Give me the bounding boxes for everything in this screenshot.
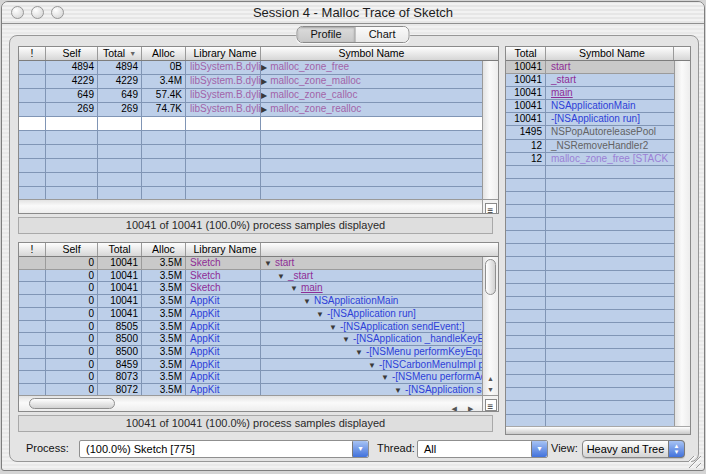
scroll-left-arrow-icon[interactable]: ◀	[452, 402, 464, 412]
view-popup[interactable]: Heavy and Tree ▲▼	[582, 440, 685, 458]
horizontal-scrollbar[interactable]	[506, 426, 690, 434]
table-row[interactable]: 0100413.5MAppKit▼-[NSApplication run]	[19, 308, 482, 321]
table-row[interactable]: 1495NSPopAutoreleasePool	[506, 126, 674, 139]
table-row[interactable]: 12malloc_zone_free [STACK	[506, 153, 674, 166]
scroll-up-arrow-icon[interactable]: ▲	[483, 373, 498, 384]
table-row[interactable]: 10041-[NSApplication run]	[506, 113, 674, 126]
disclosure-triangle-icon[interactable]: ▼	[264, 259, 272, 268]
disclosure-triangle-icon[interactable]: ▼	[394, 386, 402, 395]
table-row[interactable]: 26926974.7KlibSystem.B.dylib▶malloc_zone…	[19, 103, 482, 117]
table-row[interactable]: 080723.5MAppKit▼-[NSApplication sendActi…	[19, 384, 482, 395]
disclosure-triangle-icon[interactable]: ▶	[261, 91, 267, 100]
table-row[interactable]: 085003.5MAppKit▼-[NSMenu performKeyEquiv…	[19, 346, 482, 359]
table-row[interactable]: 0100413.5MSketch▼start	[19, 257, 482, 270]
cell: ▶malloc_zone_calloc	[261, 89, 482, 102]
combo-dropdown-icon[interactable]: ▼	[531, 441, 547, 457]
cell	[142, 131, 186, 144]
cell: 10041	[98, 257, 142, 269]
combo-dropdown-icon[interactable]: ▼	[352, 441, 368, 457]
process-label: Process:	[26, 442, 69, 454]
table-row[interactable]: 10041main	[506, 87, 674, 100]
table-row[interactable]: 489448940BlibSystem.B.dylib▶malloc_zone_…	[19, 61, 482, 75]
vertical-scrollbar[interactable]	[674, 61, 690, 426]
table-row[interactable]: 10041start	[506, 61, 674, 74]
scrollbar-corner[interactable]: ≡	[482, 199, 498, 213]
disclosure-triangle-icon[interactable]: ▶	[261, 63, 267, 72]
column-header-total[interactable]: Total	[98, 243, 142, 256]
disclosure-triangle-icon[interactable]: ▶	[261, 77, 267, 86]
cell: main	[546, 87, 674, 99]
column-header-symbol[interactable]	[261, 243, 482, 256]
horizontal-scrollbar[interactable]: ◀ ▶	[19, 395, 482, 411]
horizontal-scroll-thumb[interactable]	[29, 398, 115, 409]
cell: 12	[506, 140, 546, 152]
tab-chart[interactable]: Chart	[355, 27, 409, 42]
disclosure-triangle-icon[interactable]: ▼	[355, 348, 363, 357]
scrollbar-corner[interactable]: ≡	[482, 395, 498, 411]
symbol-name: NSPopAutoreleasePool	[551, 126, 656, 137]
column-header-alloc[interactable]: Alloc	[142, 47, 186, 60]
header-scrollbar-cap	[674, 47, 690, 60]
process-combo-value: (100.0%) Sketch [775]	[86, 443, 195, 455]
column-header-alloc[interactable]: Alloc	[142, 243, 186, 256]
thread-combo[interactable]: All ▼	[417, 440, 548, 458]
column-header-self[interactable]: Self	[46, 47, 98, 60]
scroll-right-arrow-icon[interactable]: ▶	[468, 402, 480, 412]
disclosure-triangle-icon[interactable]: ▶	[261, 105, 267, 114]
column-header-symbol[interactable]: Symbol Name	[546, 47, 674, 60]
table-row[interactable]: 085053.5MAppKit▼-[NSApplication sendEven…	[19, 321, 482, 334]
table-row[interactable]: 10041_start	[506, 74, 674, 87]
disclosure-triangle-icon[interactable]: ▼	[329, 323, 337, 332]
table-row-empty	[19, 159, 482, 173]
symbol-name: _start	[288, 270, 313, 281]
disclosure-triangle-icon[interactable]: ▼	[381, 373, 389, 382]
symbol-name: NSApplicationMain	[314, 295, 399, 306]
cell: 0	[46, 270, 98, 282]
table-row[interactable]: 422942293.4MlibSystem.B.dylib▶malloc_zon…	[19, 75, 482, 89]
table-row[interactable]: 10041NSApplicationMain	[506, 100, 674, 113]
column-header-library[interactable]: Library Name	[186, 47, 261, 60]
vertical-scroll-thumb[interactable]	[485, 259, 496, 295]
column-header-total[interactable]: Total	[506, 47, 546, 60]
table-row[interactable]: 0100413.5MSketch▼_start	[19, 270, 482, 283]
horizontal-scrollbar[interactable]	[19, 199, 482, 213]
table-row[interactable]: 0100413.5MAppKit▼NSApplicationMain	[19, 295, 482, 308]
resize-grip[interactable]	[689, 456, 701, 468]
column-header-library[interactable]: Library Name	[186, 243, 261, 256]
cell	[98, 173, 142, 186]
table-row[interactable]: 12_NSRemoveHandler2	[506, 140, 674, 153]
column-header-self[interactable]: Self	[46, 243, 98, 256]
disclosure-triangle-icon[interactable]: ▼	[290, 284, 298, 293]
cell	[19, 359, 46, 371]
vertical-scrollbar[interactable]	[482, 61, 498, 199]
table-row[interactable]: 084593.5MAppKit▼-[NSCarbonMenuImpl perfo…	[19, 359, 482, 372]
disclosure-triangle-icon[interactable]: ▼	[277, 272, 285, 281]
column-header-total[interactable]: Total▼	[98, 47, 142, 60]
disclosure-triangle-icon[interactable]: ▼	[303, 297, 311, 306]
column-header-symbol[interactable]: Symbol Name	[261, 47, 482, 60]
cell: ▼main	[261, 282, 482, 294]
tab-bar: Profile Chart	[296, 26, 409, 43]
scroll-down-arrow-icon[interactable]: ▼	[483, 384, 498, 395]
heavy-view-table: ! Self Total▼ Alloc Library Name Symbol …	[18, 46, 499, 214]
disclosure-triangle-icon[interactable]: ▼	[368, 361, 376, 370]
cell: 74.7K	[142, 103, 186, 116]
cell	[546, 362, 674, 374]
table-row[interactable]: 085003.5MAppKit▼-[NSApplication _handleK…	[19, 333, 482, 346]
cell	[19, 61, 46, 74]
tab-profile[interactable]: Profile	[297, 27, 354, 42]
split-handle-icon[interactable]: ≡	[485, 203, 497, 214]
split-handle-icon[interactable]: ≡	[485, 399, 497, 411]
table-row[interactable]: 080733.5MAppKit▼-[NSMenu performActionFo…	[19, 371, 482, 384]
column-header-bang[interactable]: !	[19, 47, 46, 60]
vertical-scrollbar[interactable]: ▲ ▼	[482, 257, 498, 395]
disclosure-triangle-icon[interactable]: ▼	[342, 335, 350, 344]
disclosure-triangle-icon[interactable]: ▼	[316, 310, 324, 319]
cell: ▶malloc_zone_realloc	[261, 103, 482, 116]
cell: ▼_start	[261, 270, 482, 282]
column-header-bang[interactable]: !	[19, 243, 46, 256]
process-combo[interactable]: (100.0%) Sketch [775] ▼	[79, 440, 369, 458]
title-bar[interactable]: Session 4 - Malloc Trace of Sketch	[2, 2, 704, 24]
table-row[interactable]: 64964957.4KlibSystem.B.dylib▶malloc_zone…	[19, 89, 482, 103]
table-row[interactable]: 0100413.5MSketch▼main	[19, 282, 482, 295]
